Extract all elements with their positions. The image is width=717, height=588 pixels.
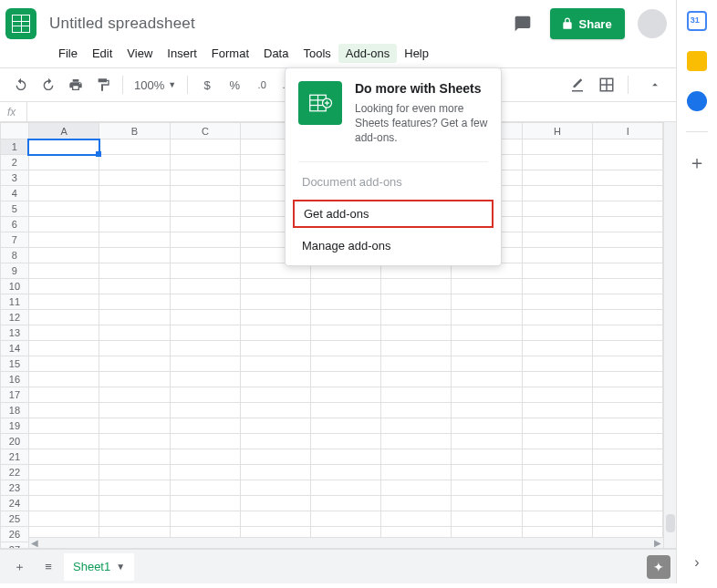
cell[interactable] (311, 434, 381, 449)
chevron-down-icon[interactable]: ▼ (116, 562, 125, 572)
cell[interactable] (593, 449, 663, 465)
row-header[interactable]: 2 (1, 155, 29, 170)
cell[interactable] (28, 263, 99, 279)
cell[interactable] (593, 310, 663, 325)
cell[interactable] (522, 434, 592, 449)
cell[interactable] (593, 217, 663, 232)
menu-view[interactable]: View (120, 44, 160, 63)
cell[interactable] (593, 325, 663, 341)
horizontal-scrollbar[interactable]: ◀ ▶ (29, 537, 663, 548)
cell[interactable] (311, 465, 381, 480)
cell[interactable] (593, 248, 663, 263)
cell[interactable] (311, 341, 381, 356)
cell[interactable] (99, 403, 170, 418)
cell[interactable] (99, 511, 170, 527)
cell[interactable] (593, 480, 663, 496)
cell[interactable] (381, 325, 452, 341)
row-header[interactable]: 15 (1, 356, 29, 372)
select-all-corner[interactable] (1, 123, 29, 139)
cell[interactable] (241, 310, 311, 325)
cell[interactable] (593, 139, 663, 155)
column-header[interactable]: H (522, 123, 592, 139)
cell[interactable] (452, 294, 523, 310)
cell[interactable] (28, 201, 99, 217)
cell[interactable] (452, 310, 523, 325)
menu-format[interactable]: Format (204, 44, 256, 63)
borders-button[interactable] (595, 73, 618, 97)
cell[interactable] (311, 511, 381, 527)
row-header[interactable]: 1 (1, 139, 29, 155)
cell[interactable] (28, 341, 99, 356)
cell[interactable] (522, 418, 592, 434)
print-button[interactable] (64, 73, 88, 97)
row-header[interactable]: 22 (1, 465, 29, 480)
cell[interactable] (593, 294, 663, 310)
cell[interactable] (241, 387, 311, 403)
cell[interactable] (593, 418, 663, 434)
column-header[interactable]: A (28, 123, 99, 139)
cell[interactable] (311, 403, 381, 418)
cell[interactable] (381, 341, 452, 356)
cell[interactable] (241, 511, 311, 527)
cell[interactable] (593, 372, 663, 387)
cell[interactable] (593, 434, 663, 449)
cell[interactable] (28, 248, 99, 263)
cell[interactable] (522, 279, 592, 294)
cell[interactable] (593, 279, 663, 294)
cell[interactable] (381, 279, 452, 294)
vertical-scrollbar[interactable] (663, 122, 675, 548)
tab-sheet1[interactable]: Sheet1 ▼ (64, 553, 134, 581)
row-header[interactable]: 24 (1, 496, 29, 511)
cell[interactable] (99, 418, 170, 434)
row-header[interactable]: 9 (1, 263, 29, 279)
cell[interactable] (311, 372, 381, 387)
cell[interactable] (593, 170, 663, 186)
column-header[interactable]: B (99, 123, 170, 139)
cell[interactable] (452, 496, 523, 511)
cell[interactable] (381, 418, 452, 434)
cell[interactable] (452, 434, 523, 449)
hide-side-panel-button[interactable]: › (694, 554, 699, 571)
cell[interactable] (170, 403, 240, 418)
cell[interactable] (241, 294, 311, 310)
cell[interactable] (241, 325, 311, 341)
menu-edit[interactable]: Edit (85, 44, 120, 63)
cell[interactable] (28, 279, 99, 294)
cell[interactable] (99, 170, 170, 186)
cell[interactable] (522, 310, 592, 325)
cell[interactable] (170, 155, 240, 170)
tasks-icon[interactable] (687, 91, 707, 111)
cell[interactable] (241, 372, 311, 387)
cell[interactable] (593, 155, 663, 170)
cell[interactable] (170, 263, 240, 279)
cell[interactable] (522, 155, 592, 170)
column-header[interactable]: C (170, 123, 240, 139)
cell[interactable] (28, 387, 99, 403)
cell[interactable] (241, 418, 311, 434)
cell[interactable] (99, 139, 170, 155)
row-header[interactable]: 6 (1, 217, 29, 232)
cell[interactable] (522, 372, 592, 387)
zoom-select[interactable]: 100% ▼ (130, 78, 180, 92)
cell[interactable] (522, 201, 592, 217)
addons-item-manage[interactable]: Manage add-ons (286, 232, 501, 260)
redo-button[interactable] (36, 73, 60, 97)
cell[interactable] (28, 449, 99, 465)
cell[interactable] (28, 511, 99, 527)
cell[interactable] (381, 480, 452, 496)
cell[interactable] (381, 434, 452, 449)
cell[interactable] (452, 372, 523, 387)
cell[interactable] (452, 511, 523, 527)
share-button[interactable]: Share (550, 8, 625, 39)
addons-item-get[interactable]: Get add-ons (293, 200, 494, 228)
cell[interactable] (28, 294, 99, 310)
cell[interactable] (522, 186, 592, 201)
cell[interactable] (311, 387, 381, 403)
cell[interactable] (99, 186, 170, 201)
row-header[interactable]: 17 (1, 387, 29, 403)
cell[interactable] (381, 310, 452, 325)
decrease-decimal-button[interactable]: .0 (250, 73, 274, 97)
cell[interactable] (593, 232, 663, 248)
cell[interactable] (28, 465, 99, 480)
cell[interactable] (28, 186, 99, 201)
